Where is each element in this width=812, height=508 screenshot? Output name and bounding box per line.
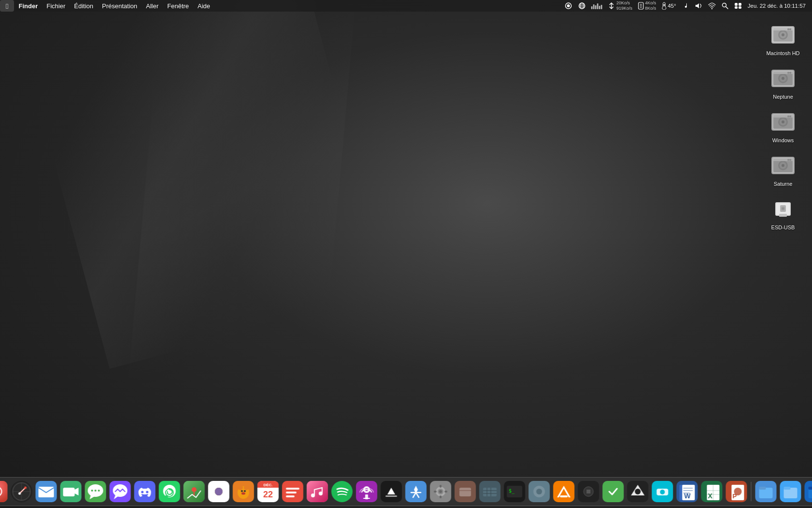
dock-whatsapp[interactable] (158, 480, 181, 503)
saturne-icon (769, 152, 797, 179)
svg-rect-143 (460, 488, 471, 496)
dock-safari[interactable] (10, 480, 33, 503)
desktop (0, 0, 812, 508)
dock-launchpad[interactable] (0, 480, 9, 503)
menubar-finder[interactable]: Finder (14, 0, 42, 12)
svg-point-156 (536, 489, 542, 494)
neptune-label: Neptune (773, 94, 793, 100)
search-icon[interactable] (719, 0, 731, 12)
desktop-icon-saturne[interactable]: Saturne (764, 150, 802, 189)
svg-rect-18 (739, 6, 741, 9)
dock-photos[interactable] (207, 480, 231, 503)
dock-app-generic1[interactable] (454, 480, 477, 503)
control-center-icon[interactable] (732, 0, 744, 12)
svg-point-137 (439, 490, 442, 493)
svg-point-125 (319, 492, 323, 495)
wifi-icon[interactable] (706, 0, 718, 12)
dock-unity[interactable] (626, 480, 650, 503)
svg-rect-170 (683, 488, 693, 489)
dock-systemprefs[interactable] (429, 480, 452, 503)
datetime[interactable]: Jeu. 22 déc. à 10:11:57 (745, 0, 808, 12)
svg-text:W: W (684, 492, 691, 500)
net-down: 919Ko/s (616, 6, 632, 11)
cpu-monitor[interactable] (589, 0, 604, 12)
network-stats[interactable]: 20Ko/s 919Ko/s (605, 0, 635, 12)
dock-podcasts[interactable] (355, 480, 378, 503)
dock-files1[interactable] (754, 480, 778, 503)
svg-rect-123 (307, 481, 328, 502)
desktop-icons-area: Macintosh HD Neptune Windo (764, 19, 802, 232)
dock-vlc[interactable] (552, 480, 576, 503)
dock-appletv[interactable] (380, 480, 403, 503)
dock-facetime[interactable] (59, 480, 83, 503)
svg-rect-120 (286, 492, 297, 493)
dock-app-generic2[interactable] (528, 480, 551, 503)
menubar-fichier[interactable]: Fichier (42, 0, 70, 12)
dock-music[interactable] (306, 480, 329, 503)
svg-rect-189 (784, 487, 791, 490)
dock-divider (751, 482, 752, 501)
temp-value: 45° (667, 3, 676, 9)
io-stats[interactable]: 4Ko/s 8Ko/s (636, 0, 658, 12)
dock-mail[interactable] (35, 480, 58, 503)
dock-discord[interactable] (133, 480, 157, 503)
svg-rect-161 (603, 481, 624, 502)
svg-point-87 (95, 490, 97, 492)
dock-tableflip[interactable] (478, 480, 502, 503)
dock-app-dark[interactable] (577, 480, 600, 503)
neptune-icon (769, 65, 797, 92)
svg-point-1 (567, 4, 570, 7)
desktop-icon-neptune[interactable]: Neptune (764, 63, 802, 102)
svg-point-78 (24, 487, 27, 489)
dock-spotify[interactable] (331, 480, 354, 503)
svg-point-109 (244, 485, 249, 490)
svg-point-36 (787, 72, 789, 74)
svg-point-26 (789, 29, 791, 30)
svg-text:DÉC.: DÉC. (263, 483, 273, 487)
dock-terminal[interactable]: $_ (503, 480, 526, 503)
svg-point-24 (782, 33, 784, 36)
cpu-bars (591, 2, 602, 9)
dock-files2[interactable] (779, 480, 802, 503)
globe-icon[interactable] (576, 0, 588, 12)
desktop-icon-esd-usb[interactable]: ESD-USB (764, 194, 802, 232)
desktop-icon-macintosh-hd[interactable]: Macintosh HD (764, 19, 802, 58)
dock: DÉC. 22 (0, 477, 812, 506)
datetime-text: Jeu. 22 déc. à 10:11:57 (748, 3, 806, 9)
svg-rect-140 (434, 491, 437, 493)
dock-messages[interactable] (84, 480, 107, 503)
svg-rect-146 (483, 488, 497, 496)
dock-excel[interactable]: X (700, 480, 724, 503)
dock-app-green[interactable] (602, 480, 625, 503)
menubar-aide[interactable]: Aide (193, 0, 215, 12)
apple-menu[interactable]:  (0, 0, 14, 12)
menubar-edition[interactable]: Édition (70, 0, 98, 12)
dock-calendar[interactable]: DÉC. 22 (257, 480, 280, 503)
screen-record-icon[interactable] (562, 0, 575, 12)
svg-rect-83 (63, 488, 75, 496)
dock-messenger[interactable] (109, 480, 132, 503)
dock-app-cyan[interactable] (651, 480, 674, 503)
windows-label: Windows (772, 137, 794, 143)
dock-powerpoint[interactable]: P (725, 480, 748, 503)
dock-appstore[interactable] (405, 480, 428, 503)
svg-rect-119 (286, 488, 300, 490)
dock-files3[interactable] (804, 480, 812, 503)
menubar-aller[interactable]: Aller (142, 0, 163, 12)
menubar-fenetre[interactable]: Fenêtre (163, 0, 193, 12)
menubar-presentation[interactable]: Présentation (98, 0, 142, 12)
dock-bear[interactable] (232, 480, 255, 503)
dock-word[interactable]: W (676, 480, 699, 503)
svg-point-108 (238, 485, 243, 490)
dock-todolist[interactable] (281, 480, 304, 503)
svg-rect-17 (735, 6, 738, 9)
menubar-left:  Finder Fichier Édition Présentation Al… (0, 0, 215, 12)
music-status-icon[interactable] (680, 0, 691, 12)
dock-maps[interactable] (183, 480, 206, 503)
svg-rect-158 (560, 495, 568, 497)
volume-icon[interactable] (692, 0, 705, 12)
temperature[interactable]: 45° (659, 0, 678, 12)
io-read: 4Ko/s (645, 0, 656, 6)
windows-icon (769, 108, 797, 135)
desktop-icon-windows[interactable]: Windows (764, 106, 802, 145)
